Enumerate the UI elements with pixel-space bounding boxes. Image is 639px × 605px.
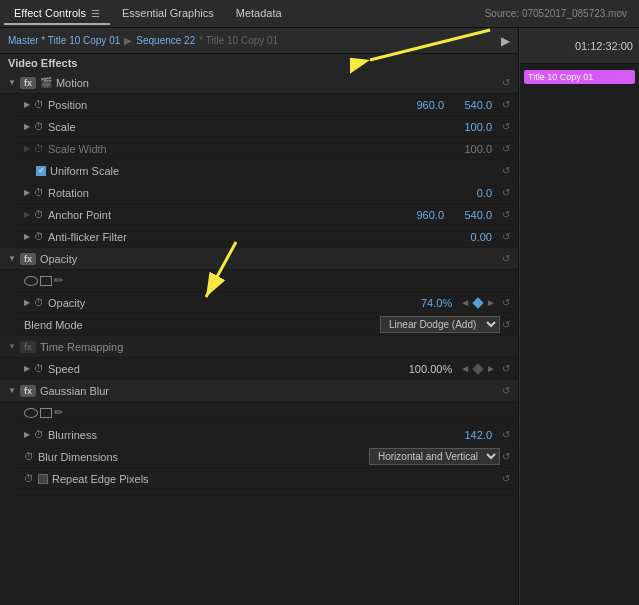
gaussian-blur-group-header[interactable]: ▼ fx Gaussian Blur ↺: [0, 380, 518, 402]
scale-width-row: ▶ ⏱ Scale Width 100.0 ↺: [16, 138, 518, 160]
motion-film-icon: 🎬: [40, 77, 52, 88]
blend-mode-reset[interactable]: ↺: [502, 319, 510, 330]
opacity-value-chevron[interactable]: ▶: [24, 298, 30, 307]
anchor-point-label: Anchor Point: [48, 209, 404, 221]
gaussian-blur-fx-badge: fx: [20, 385, 36, 397]
position-label: Position: [48, 99, 404, 111]
scale-value[interactable]: 100.0: [452, 121, 492, 133]
anchor-point-y[interactable]: 540.0: [452, 209, 492, 221]
repeat-edge-reset[interactable]: ↺: [502, 473, 510, 484]
speed-row: ▶ ⏱ Speed 100.00% ◄ ► ↺: [16, 358, 518, 380]
anti-flicker-chevron[interactable]: ▶: [24, 232, 30, 241]
scale-width-reset[interactable]: ↺: [502, 143, 510, 154]
breadcrumb: Master * Title 10 Copy 01 ▶ Sequence 22 …: [0, 28, 518, 54]
opacity-value-row: ▶ ⏱ Opacity 74.0% ◄ ► ↺: [16, 292, 518, 314]
repeat-edge-checkbox[interactable]: [38, 474, 48, 484]
opacity-stopwatch[interactable]: ⏱: [34, 297, 44, 308]
blurriness-row: ▶ ⏱ Blurriness 142.0 ↺: [16, 424, 518, 446]
speed-next-keyframe[interactable]: ►: [486, 363, 496, 374]
opacity-group-header[interactable]: ▼ fx Opacity ↺: [0, 248, 518, 270]
opacity-chevron[interactable]: ▼: [8, 254, 16, 263]
blur-dimensions-stopwatch[interactable]: ⏱: [24, 451, 34, 462]
opacity-fx-badge: fx: [20, 253, 36, 265]
speed-prev-keyframe[interactable]: ◄: [460, 363, 470, 374]
scale-reset[interactable]: ↺: [502, 121, 510, 132]
anchor-point-stopwatch[interactable]: ⏱: [34, 209, 44, 220]
blend-mode-dropdown[interactable]: Linear Dodge (Add) Normal Screen: [380, 316, 500, 333]
breadcrumb-sequence[interactable]: Sequence 22: [136, 35, 195, 46]
blur-dimensions-label: Blur Dimensions: [38, 451, 369, 463]
blurriness-value[interactable]: 142.0: [452, 429, 492, 441]
tab-effect-controls[interactable]: Effect Controls ☰: [4, 3, 110, 25]
gaussian-blur-label: Gaussian Blur: [40, 385, 500, 397]
opacity-next-keyframe[interactable]: ►: [486, 297, 496, 308]
scale-row: ▶ ⏱ Scale 100.0 ↺: [16, 116, 518, 138]
opacity-nav-arrows: ◄ ►: [460, 297, 496, 308]
tab-menu-icon[interactable]: ☰: [91, 8, 100, 19]
play-button[interactable]: ▶: [501, 34, 510, 48]
anchor-point-reset[interactable]: ↺: [502, 209, 510, 220]
blurriness-reset[interactable]: ↺: [502, 429, 510, 440]
position-stopwatch[interactable]: ⏱: [34, 99, 44, 110]
anti-flicker-value[interactable]: 0.00: [452, 231, 492, 243]
rect-shape-icon[interactable]: [40, 276, 52, 286]
blur-dimensions-reset[interactable]: ↺: [502, 451, 510, 462]
opacity-prev-keyframe[interactable]: ◄: [460, 297, 470, 308]
motion-group-header[interactable]: ▼ fx 🎬 Motion ↺: [0, 72, 518, 94]
pen-icon[interactable]: ✏: [54, 274, 63, 287]
time-remapping-group-header[interactable]: ▼ fx Time Remapping: [0, 336, 518, 358]
speed-value[interactable]: 100.00%: [409, 363, 452, 375]
main-layout: Master * Title 10 Copy 01 ▶ Sequence 22 …: [0, 28, 639, 605]
rotation-reset[interactable]: ↺: [502, 187, 510, 198]
motion-reset[interactable]: ↺: [502, 77, 510, 88]
opacity-reset[interactable]: ↺: [502, 253, 510, 264]
opacity-keyframe-diamond[interactable]: [472, 297, 483, 308]
rotation-value[interactable]: 0.0: [452, 187, 492, 199]
source-label: Source: 07052017_085723.mov: [485, 8, 635, 19]
gaussian-blur-reset[interactable]: ↺: [502, 385, 510, 396]
blurriness-stopwatch[interactable]: ⏱: [34, 429, 44, 440]
scale-stopwatch[interactable]: ⏱: [34, 121, 44, 132]
speed-stopwatch[interactable]: ⏱: [34, 363, 44, 374]
tab-metadata[interactable]: Metadata: [226, 3, 292, 25]
position-reset[interactable]: ↺: [502, 99, 510, 110]
motion-chevron[interactable]: ▼: [8, 78, 16, 87]
blur-dimensions-dropdown[interactable]: Horizontal and Vertical Horizontal Verti…: [369, 448, 500, 465]
opacity-value-label: Opacity: [48, 297, 412, 309]
anti-flicker-reset[interactable]: ↺: [502, 231, 510, 242]
gaussian-pen-icon[interactable]: ✏: [54, 406, 63, 419]
gaussian-blur-chevron[interactable]: ▼: [8, 386, 16, 395]
repeat-edge-stopwatch[interactable]: ⏱: [24, 473, 34, 484]
time-remapping-label: Time Remapping: [40, 341, 510, 353]
motion-fx-badge: fx: [20, 77, 36, 89]
gaussian-rect-icon[interactable]: [40, 408, 52, 418]
gaussian-oval-icon[interactable]: [24, 408, 38, 418]
position-y[interactable]: 540.0: [452, 99, 492, 111]
breadcrumb-arrow1: ▶: [124, 35, 132, 46]
oval-shape-icon[interactable]: [24, 276, 38, 286]
left-panel: Master * Title 10 Copy 01 ▶ Sequence 22 …: [0, 28, 519, 605]
rotation-row: ▶ ⏱ Rotation 0.0 ↺: [16, 182, 518, 204]
uniform-scale-reset[interactable]: ↺: [502, 165, 510, 176]
uniform-scale-checkbox[interactable]: ✓: [36, 166, 46, 176]
opacity-label: Opacity: [40, 253, 500, 265]
rotation-chevron[interactable]: ▶: [24, 188, 30, 197]
anchor-point-x[interactable]: 960.0: [404, 209, 444, 221]
tab-essential-graphics[interactable]: Essential Graphics: [112, 3, 224, 25]
rotation-stopwatch[interactable]: ⏱: [34, 187, 44, 198]
time-remapping-chevron[interactable]: ▼: [8, 342, 16, 351]
clip-block[interactable]: Title 10 Copy 01: [524, 70, 635, 84]
opacity-value[interactable]: 74.0%: [412, 297, 452, 309]
opacity-value-reset[interactable]: ↺: [502, 297, 510, 308]
position-x[interactable]: 960.0: [404, 99, 444, 111]
blurriness-chevron[interactable]: ▶: [24, 430, 30, 439]
breadcrumb-master[interactable]: Master * Title 10 Copy 01: [8, 35, 120, 46]
anti-flicker-stopwatch[interactable]: ⏱: [34, 231, 44, 242]
position-row: ▶ ⏱ Position 960.0 540.0 ↺: [16, 94, 518, 116]
uniform-scale-row: ✓ Uniform Scale ↺: [28, 160, 518, 182]
scale-width-label: Scale Width: [48, 143, 452, 155]
scale-chevron[interactable]: ▶: [24, 122, 30, 131]
speed-reset[interactable]: ↺: [502, 363, 510, 374]
speed-chevron[interactable]: ▶: [24, 364, 30, 373]
position-chevron[interactable]: ▶: [24, 100, 30, 109]
